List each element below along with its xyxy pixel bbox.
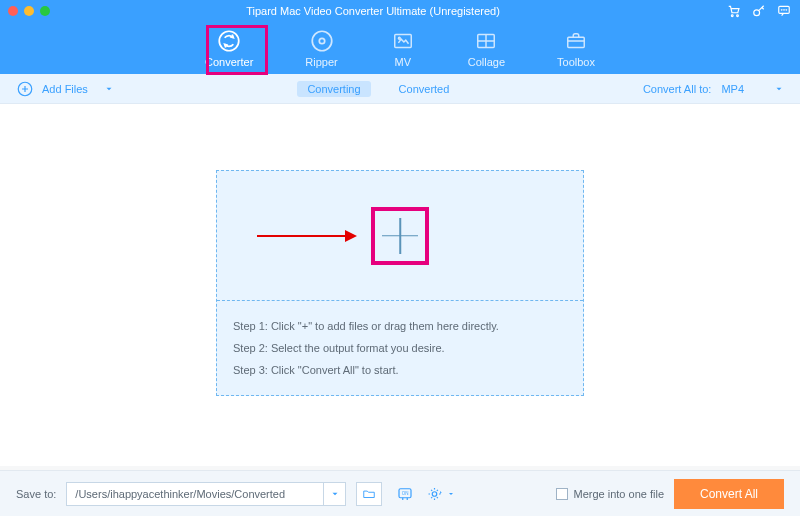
add-files-button[interactable]: Add Files: [16, 80, 114, 98]
svg-point-7: [219, 31, 239, 51]
nav-label: Toolbox: [557, 56, 595, 68]
instruction-step-2: Step 2: Select the output format you des…: [233, 337, 567, 359]
ripper-icon: [309, 29, 335, 53]
mv-icon: [390, 29, 416, 53]
save-to-label: Save to:: [16, 488, 56, 500]
nav-label: MV: [394, 56, 411, 68]
svg-point-5: [784, 10, 785, 11]
main-area: Step 1: Click "+" to add files or drag t…: [0, 104, 800, 466]
svg-point-2: [754, 10, 760, 16]
nav-converter[interactable]: Converter: [205, 29, 253, 68]
tab-converted[interactable]: Converted: [389, 81, 460, 97]
main-nav: Converter Ripper MV Collage Toolbox: [0, 22, 800, 74]
nav-label: Ripper: [305, 56, 337, 68]
instruction-step-3: Step 3: Click "Convert All" to start.: [233, 359, 567, 381]
svg-rect-13: [568, 37, 585, 47]
nav-toolbox[interactable]: Toolbox: [557, 29, 595, 68]
title-bar: Tipard Mac Video Converter Ultimate (Unr…: [0, 0, 800, 22]
svg-point-11: [398, 37, 400, 39]
svg-point-0: [731, 15, 733, 17]
nav-label: Collage: [468, 56, 505, 68]
nav-collage[interactable]: Collage: [468, 29, 505, 68]
svg-point-6: [786, 10, 787, 11]
output-format-select[interactable]: MP4: [721, 83, 784, 95]
sub-toolbar: Add Files Converting Converted Convert A…: [0, 74, 800, 104]
drop-zone-upper[interactable]: [217, 171, 583, 301]
drop-zone[interactable]: Step 1: Click "+" to add files or drag t…: [216, 170, 584, 396]
chevron-down-icon: [774, 84, 784, 94]
svg-point-9: [319, 38, 324, 43]
window-title: Tipard Mac Video Converter Ultimate (Unr…: [20, 5, 726, 17]
convert-all-button[interactable]: Convert All: [674, 479, 784, 509]
nav-mv[interactable]: MV: [390, 29, 416, 68]
plus-circle-icon: [16, 80, 34, 98]
gpu-icon: ON: [395, 485, 415, 503]
tab-converting[interactable]: Converting: [297, 81, 370, 97]
nav-label: Converter: [205, 56, 253, 68]
svg-point-18: [433, 491, 438, 496]
chevron-down-icon: [447, 490, 455, 498]
cart-icon[interactable]: [726, 4, 742, 18]
output-format-value: MP4: [721, 83, 744, 95]
toolbox-icon: [563, 29, 589, 53]
convert-all-to-label: Convert All to:: [643, 83, 711, 95]
feedback-icon[interactable]: [776, 4, 792, 18]
save-path-value: /Users/ihappyacethinker/Movies/Converted: [67, 488, 323, 500]
status-tabs: Converting Converted: [114, 81, 643, 97]
folder-icon: [361, 487, 377, 501]
gpu-accel-button[interactable]: ON: [392, 482, 418, 506]
converter-icon: [216, 29, 242, 53]
svg-point-8: [312, 31, 332, 51]
svg-point-1: [737, 15, 739, 17]
open-folder-button[interactable]: [356, 482, 382, 506]
annotation-arrow-icon: [257, 228, 357, 244]
key-icon[interactable]: [752, 4, 766, 18]
svg-point-4: [781, 10, 782, 11]
svg-text:ON: ON: [402, 490, 409, 495]
drop-zone-instructions: Step 1: Click "+" to add files or drag t…: [217, 301, 583, 395]
collage-icon: [473, 29, 499, 53]
instruction-step-1: Step 1: Click "+" to add files or drag t…: [233, 315, 567, 337]
merge-checkbox[interactable]: Merge into one file: [556, 488, 665, 500]
add-files-plus-button[interactable]: [380, 216, 420, 256]
gear-icon: [427, 485, 445, 503]
nav-ripper[interactable]: Ripper: [305, 29, 337, 68]
settings-button[interactable]: [428, 482, 454, 506]
convert-all-to: Convert All to: MP4: [643, 83, 784, 95]
bottom-bar: Save to: /Users/ihappyacethinker/Movies/…: [0, 470, 800, 516]
checkbox-icon: [556, 488, 568, 500]
add-files-label: Add Files: [42, 83, 88, 95]
close-window-button[interactable]: [8, 6, 18, 16]
chevron-down-icon[interactable]: [104, 84, 114, 94]
save-path-field[interactable]: /Users/ihappyacethinker/Movies/Converted: [66, 482, 346, 506]
save-path-dropdown[interactable]: [323, 483, 345, 505]
merge-label: Merge into one file: [574, 488, 665, 500]
